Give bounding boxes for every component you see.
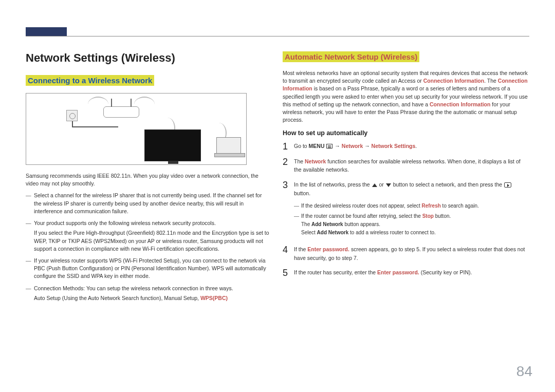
note-item: Your product supports only the following… [26,219,270,253]
enter-icon [504,182,511,188]
arrow-down-icon [386,183,391,187]
step-item: 5 If the router has security, enter the … [283,268,529,277]
left-column: Network Settings (Wireless) Connecting t… [26,51,270,306]
note-item: If your wireless router supports WPS (Wi… [26,257,270,281]
step-item: 4 If the Enter password. screen appears,… [283,245,529,263]
wifi-signal-icon [134,97,155,112]
step-item: 1 Go to MENU → Network → Network Setting… [283,142,529,151]
section-heading-auto-setup: Automatic Network Setup (Wireless) [283,51,419,62]
laptop-icon [216,137,241,155]
note-item: Connection Methods: You can setup the wi… [26,285,270,302]
notes-list: Select a channel for the wireless IP sha… [26,192,270,302]
step-item: 3 In the list of networks, press the or … [283,180,529,239]
step-item: 2 The Network function searches for avai… [283,157,529,175]
step-number: 1 [283,142,294,151]
header-rule [26,36,529,36]
right-column: Automatic Network Setup (Wireless) Most … [283,51,529,284]
page-title: Network Settings (Wireless) [26,51,270,65]
step-number: 4 [283,245,294,254]
wireless-diagram [26,93,247,165]
steps-list: 1 Go to MENU → Network → Network Setting… [283,142,529,278]
step-subnote: If the desired wireless router does not … [294,202,529,210]
auto-setup-intro: Most wireless networks have an optional … [283,69,529,124]
note-subtext: If you select the Pure High-throughput (… [34,229,270,253]
section-heading-connecting: Connecting to a Wireless Network [26,75,154,86]
display-device-icon [144,129,201,161]
note-subtext: Auto Setup (Using the Auto Network Searc… [34,294,270,302]
step-number: 2 [283,157,294,166]
wifi-signal-icon [88,97,108,112]
header-accent-bar [26,27,67,36]
step-number: 3 [283,180,294,190]
menu-icon [326,144,332,148]
wall-outlet-icon [66,110,78,121]
step-number: 5 [283,268,294,277]
note-item: Select a channel for the wireless IP sha… [26,192,270,215]
ethernet-cable-icon [72,121,118,127]
arrow-up-icon [372,183,377,187]
subsection-heading-howto: How to set up automatically [283,129,529,137]
step-subnote: If the router cannot be found after retr… [294,212,529,237]
intro-paragraph: Samsung recommends using IEEE 802.11n. W… [26,172,270,188]
page-number: 84 [516,363,532,380]
